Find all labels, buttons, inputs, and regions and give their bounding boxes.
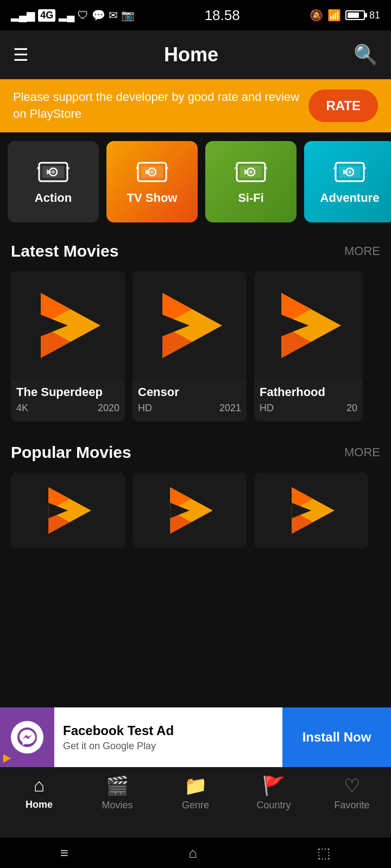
- genre-card-tvshow[interactable]: TV Show: [106, 141, 198, 222]
- latest-movies-header: Latest Movies MORE: [0, 231, 391, 266]
- popular-card-2[interactable]: [133, 473, 247, 548]
- favorite-icon: ♡: [344, 775, 360, 796]
- mail-icon: ✉: [109, 9, 118, 22]
- chat-icon: 💬: [92, 9, 105, 22]
- svg-point-24: [348, 170, 351, 174]
- ad-app-icon: [11, 721, 43, 754]
- nav-item-movies[interactable]: 🎬 Movies: [90, 775, 144, 811]
- movie-quality-superdeep: 4K: [16, 403, 28, 414]
- install-now-button[interactable]: Install Now: [282, 707, 391, 767]
- popular-movies-row: [0, 467, 391, 554]
- movie-title-fatherhood: Fatherhood: [260, 385, 357, 399]
- movies-icon: 🎬: [106, 775, 129, 796]
- popular-movies-header: Popular Movies MORE: [0, 432, 391, 467]
- ad-messenger-icon: [16, 726, 38, 748]
- popular-play-logo-1: [41, 483, 95, 538]
- nav-item-genre[interactable]: 📁 Genre: [168, 775, 223, 811]
- sys-nav-bar: ≡ ⌂ ⬚: [0, 838, 391, 868]
- movie-meta-fatherhood: HD 20: [260, 403, 357, 414]
- svg-rect-5: [66, 167, 70, 169]
- genre-row: Action TV Show Si-Fi: [0, 132, 391, 231]
- popular-card-inner-2: [133, 473, 247, 548]
- svg-point-17: [249, 170, 253, 174]
- wifi-icon: 📶: [327, 9, 341, 22]
- popular-play-logo-3: [284, 483, 338, 538]
- latest-movies-more[interactable]: MORE: [344, 244, 380, 258]
- popular-card-3[interactable]: [254, 473, 368, 548]
- genre-label-tvshow: TV Show: [127, 191, 178, 205]
- sys-nav-home-icon[interactable]: ⌂: [188, 845, 197, 861]
- bottom-nav: ⌂ Home 🎬 Movies 📁 Genre 🚩 Country ♡ Favo…: [0, 767, 391, 838]
- genre-card-scifi[interactable]: Si-Fi: [205, 141, 297, 222]
- svg-rect-18: [235, 167, 238, 169]
- nav-label-movies: Movies: [102, 800, 133, 811]
- ad-banner: Facebook Test Ad Get it on Google Play I…: [0, 707, 391, 767]
- svg-rect-12: [165, 167, 168, 169]
- rate-banner: Please support the developer by good rat…: [0, 79, 391, 132]
- ad-text-wrap: Facebook Test Ad Get it on Google Play: [54, 723, 282, 752]
- country-icon: 🚩: [262, 775, 285, 796]
- app-bar: ☰ Home 🔍: [0, 30, 391, 79]
- ad-subtitle: Get it on Google Play: [63, 741, 274, 752]
- movie-card-fatherhood[interactable]: Fatherhood HD 20: [254, 271, 363, 422]
- ad-play-triangle: [3, 754, 11, 763]
- movie-year-superdeep: 2020: [98, 403, 119, 414]
- svg-rect-4: [37, 167, 40, 169]
- genre-icon-tvshow: [136, 158, 168, 186]
- play-logo-censor: [152, 288, 228, 363]
- movie-quality-fatherhood: HD: [260, 403, 274, 414]
- search-icon[interactable]: 🔍: [354, 43, 378, 66]
- svg-rect-19: [264, 167, 267, 169]
- popular-card-inner-3: [254, 473, 368, 548]
- status-right: 🔕 📶 81: [310, 9, 380, 22]
- nav-item-favorite[interactable]: ♡ Favorite: [325, 775, 379, 811]
- svg-rect-11: [136, 167, 139, 169]
- status-left: ▂▄▆ 4G ▂▄ 🛡 💬 ✉ 📷: [11, 9, 135, 22]
- popular-card-inner-1: [11, 473, 125, 548]
- movie-info-censor: Censor HD 2021: [133, 380, 247, 422]
- status-bar: ▂▄▆ 4G ▂▄ 🛡 💬 ✉ 📷 18.58 🔕 📶 81: [0, 0, 391, 30]
- nav-item-country[interactable]: 🚩 Country: [247, 775, 301, 811]
- popular-card-1[interactable]: [11, 473, 125, 548]
- status-time: 18.58: [205, 7, 240, 24]
- popular-movies-more[interactable]: MORE: [344, 445, 380, 459]
- movie-info-fatherhood: Fatherhood HD 20: [254, 380, 363, 422]
- svg-rect-25: [333, 167, 337, 169]
- genre-card-adventure[interactable]: Adventure: [304, 141, 391, 222]
- movie-title-superdeep: The Superdeep: [16, 385, 119, 399]
- sys-nav-menu-icon[interactable]: ≡: [60, 845, 68, 861]
- ad-play-badge: [3, 754, 11, 763]
- movie-info-superdeep: The Superdeep 4K 2020: [11, 380, 125, 422]
- popular-play-logo-2: [162, 483, 217, 538]
- movie-thumb-fatherhood: [254, 271, 363, 380]
- popular-movies-title: Popular Movies: [11, 443, 131, 462]
- signal-icon: ▂▄▆: [11, 9, 35, 22]
- movie-thumb-censor: [133, 271, 247, 380]
- movie-meta-censor: HD 2021: [138, 403, 241, 414]
- genre-icon-scifi: [235, 158, 267, 186]
- genre-label-adventure: Adventure: [320, 191, 380, 205]
- genre-card-action[interactable]: Action: [8, 141, 99, 222]
- movie-quality-censor: HD: [138, 403, 152, 414]
- sys-nav-back-icon[interactable]: ⬚: [317, 845, 331, 861]
- movie-meta-superdeep: 4K 2020: [16, 403, 119, 414]
- svg-point-3: [52, 170, 55, 174]
- rate-button[interactable]: RATE: [308, 90, 378, 122]
- genre-icon-action: [37, 158, 70, 186]
- movie-thumb-superdeep: [11, 271, 125, 380]
- movie-year-fatherhood: 20: [346, 403, 357, 414]
- svg-rect-26: [363, 167, 366, 169]
- home-icon: ⌂: [34, 775, 45, 796]
- movie-card-censor[interactable]: Censor HD 2021: [133, 271, 247, 422]
- menu-icon[interactable]: ☰: [13, 44, 29, 65]
- movie-title-censor: Censor: [138, 385, 241, 399]
- nav-label-favorite: Favorite: [334, 800, 369, 811]
- movie-card-superdeep[interactable]: The Superdeep 4K 2020: [11, 271, 125, 422]
- genre-icon: 📁: [184, 775, 207, 796]
- shield-icon: 🛡: [78, 9, 89, 22]
- battery-indicator: [345, 10, 365, 20]
- play-logo-superdeep: [30, 288, 106, 363]
- nav-item-home[interactable]: ⌂ Home: [12, 775, 66, 810]
- camera-icon: 📷: [121, 9, 135, 22]
- nav-label-home: Home: [26, 799, 53, 810]
